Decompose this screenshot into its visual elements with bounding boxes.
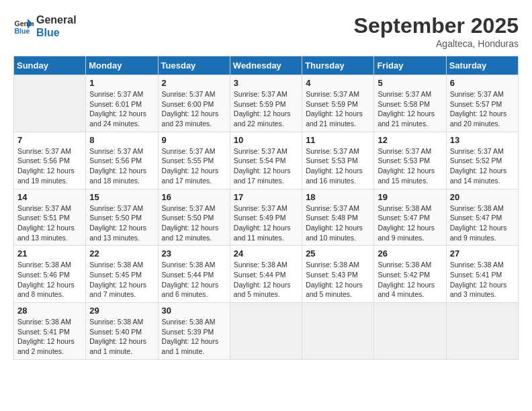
day-header-saturday: Saturday — [446, 56, 518, 75]
calendar-cell: 27Sunrise: 5:38 AMSunset: 5:41 PMDayligh… — [446, 246, 518, 303]
day-info: Sunrise: 5:38 AMSunset: 5:40 PMDaylight:… — [89, 317, 154, 357]
calendar-table: SundayMondayTuesdayWednesdayThursdayFrid… — [13, 56, 519, 360]
day-number: 1 — [89, 78, 154, 88]
logo-line1: General — [36, 13, 77, 26]
calendar-cell: 24Sunrise: 5:38 AMSunset: 5:44 PMDayligh… — [230, 246, 302, 303]
day-number: 27 — [450, 248, 515, 259]
day-number: 22 — [89, 248, 154, 259]
day-number: 2 — [162, 78, 226, 88]
day-number: 26 — [378, 248, 442, 259]
day-info: Sunrise: 5:38 AMSunset: 5:47 PMDaylight:… — [378, 203, 442, 243]
svg-text:Blue: Blue — [15, 27, 30, 35]
calendar-cell — [230, 303, 302, 360]
calendar-cell: 20Sunrise: 5:38 AMSunset: 5:47 PMDayligh… — [446, 189, 518, 246]
calendar-cell: 16Sunrise: 5:37 AMSunset: 5:50 PMDayligh… — [158, 189, 230, 246]
calendar-cell — [374, 303, 446, 360]
calendar-cell: 8Sunrise: 5:37 AMSunset: 5:56 PMDaylight… — [86, 132, 158, 189]
day-info: Sunrise: 5:37 AMSunset: 5:51 PMDaylight:… — [17, 203, 82, 243]
day-info: Sunrise: 5:37 AMSunset: 5:58 PMDaylight:… — [378, 89, 442, 129]
calendar-cell: 5Sunrise: 5:37 AMSunset: 5:58 PMDaylight… — [374, 75, 446, 132]
day-number: 30 — [162, 306, 226, 316]
calendar-cell: 6Sunrise: 5:37 AMSunset: 5:57 PMDaylight… — [446, 75, 518, 132]
location-subtitle: Agalteca, Honduras — [354, 38, 519, 49]
calendar-cell: 9Sunrise: 5:37 AMSunset: 5:55 PMDaylight… — [158, 132, 230, 189]
calendar-cell: 29Sunrise: 5:38 AMSunset: 5:40 PMDayligh… — [86, 303, 158, 360]
calendar-cell: 12Sunrise: 5:37 AMSunset: 5:53 PMDayligh… — [374, 132, 446, 189]
day-number: 14 — [17, 192, 82, 202]
day-number: 6 — [450, 78, 515, 88]
day-info: Sunrise: 5:38 AMSunset: 5:43 PMDaylight:… — [306, 260, 370, 300]
day-info: Sunrise: 5:37 AMSunset: 5:59 PMDaylight:… — [306, 89, 370, 129]
day-header-friday: Friday — [374, 56, 446, 75]
day-info: Sunrise: 5:38 AMSunset: 5:42 PMDaylight:… — [378, 260, 442, 300]
day-number: 16 — [162, 192, 226, 202]
day-info: Sunrise: 5:38 AMSunset: 5:45 PMDaylight:… — [89, 260, 154, 300]
day-info: Sunrise: 5:37 AMSunset: 5:53 PMDaylight:… — [378, 146, 442, 186]
day-number: 23 — [162, 248, 226, 259]
day-info: Sunrise: 5:38 AMSunset: 5:39 PMDaylight:… — [162, 317, 226, 357]
day-number: 19 — [378, 192, 442, 202]
day-header-sunday: Sunday — [14, 56, 86, 75]
day-header-monday: Monday — [86, 56, 158, 75]
day-info: Sunrise: 5:38 AMSunset: 5:41 PMDaylight:… — [450, 260, 515, 300]
day-number: 3 — [234, 78, 298, 88]
day-number: 18 — [306, 192, 370, 202]
day-info: Sunrise: 5:38 AMSunset: 5:47 PMDaylight:… — [450, 203, 515, 243]
day-info: Sunrise: 5:37 AMSunset: 6:00 PMDaylight:… — [162, 89, 226, 129]
day-info: Sunrise: 5:37 AMSunset: 6:01 PMDaylight:… — [89, 89, 154, 129]
day-info: Sunrise: 5:38 AMSunset: 5:44 PMDaylight:… — [162, 260, 226, 300]
day-number: 17 — [234, 192, 298, 202]
calendar-cell — [446, 303, 518, 360]
calendar-cell: 13Sunrise: 5:37 AMSunset: 5:52 PMDayligh… — [446, 132, 518, 189]
day-number: 28 — [17, 306, 82, 316]
day-number: 24 — [234, 248, 298, 259]
day-info: Sunrise: 5:37 AMSunset: 5:56 PMDaylight:… — [17, 146, 82, 186]
day-header-thursday: Thursday — [302, 56, 374, 75]
day-info: Sunrise: 5:37 AMSunset: 5:49 PMDaylight:… — [234, 203, 298, 243]
day-info: Sunrise: 5:37 AMSunset: 5:55 PMDaylight:… — [162, 146, 226, 186]
calendar-cell: 28Sunrise: 5:38 AMSunset: 5:41 PMDayligh… — [14, 303, 86, 360]
day-info: Sunrise: 5:37 AMSunset: 5:59 PMDaylight:… — [234, 89, 298, 129]
calendar-cell: 30Sunrise: 5:38 AMSunset: 5:39 PMDayligh… — [158, 303, 230, 360]
calendar-cell: 18Sunrise: 5:37 AMSunset: 5:48 PMDayligh… — [302, 189, 374, 246]
day-number: 10 — [234, 135, 298, 145]
day-info: Sunrise: 5:37 AMSunset: 5:50 PMDaylight:… — [89, 203, 154, 243]
day-number: 7 — [17, 135, 82, 145]
day-number: 20 — [450, 192, 515, 202]
title-block: September 2025 Agalteca, Honduras — [354, 13, 519, 49]
calendar-cell: 21Sunrise: 5:38 AMSunset: 5:46 PMDayligh… — [14, 246, 86, 303]
logo: General Blue General Blue — [13, 13, 77, 39]
calendar-cell: 7Sunrise: 5:37 AMSunset: 5:56 PMDaylight… — [14, 132, 86, 189]
calendar-cell: 15Sunrise: 5:37 AMSunset: 5:50 PMDayligh… — [86, 189, 158, 246]
day-number: 13 — [450, 135, 515, 145]
day-number: 11 — [306, 135, 370, 145]
day-number: 29 — [89, 306, 154, 316]
day-info: Sunrise: 5:38 AMSunset: 5:41 PMDaylight:… — [17, 317, 82, 357]
day-number: 12 — [378, 135, 442, 145]
calendar-cell — [302, 303, 374, 360]
day-number: 4 — [306, 78, 370, 88]
calendar-cell: 26Sunrise: 5:38 AMSunset: 5:42 PMDayligh… — [374, 246, 446, 303]
day-info: Sunrise: 5:37 AMSunset: 5:56 PMDaylight:… — [89, 146, 154, 186]
page-header: General Blue General Blue September 2025… — [13, 13, 519, 49]
month-title: September 2025 — [354, 13, 519, 38]
day-header-wednesday: Wednesday — [230, 56, 302, 75]
day-number: 25 — [306, 248, 370, 259]
day-number: 8 — [89, 135, 154, 145]
day-info: Sunrise: 5:38 AMSunset: 5:46 PMDaylight:… — [17, 260, 82, 300]
logo-line2: Blue — [36, 26, 77, 39]
day-info: Sunrise: 5:38 AMSunset: 5:44 PMDaylight:… — [234, 260, 298, 300]
calendar-cell: 4Sunrise: 5:37 AMSunset: 5:59 PMDaylight… — [302, 75, 374, 132]
day-info: Sunrise: 5:37 AMSunset: 5:53 PMDaylight:… — [306, 146, 370, 186]
calendar-cell: 14Sunrise: 5:37 AMSunset: 5:51 PMDayligh… — [14, 189, 86, 246]
day-number: 21 — [17, 248, 82, 259]
calendar-cell: 3Sunrise: 5:37 AMSunset: 5:59 PMDaylight… — [230, 75, 302, 132]
calendar-cell: 1Sunrise: 5:37 AMSunset: 6:01 PMDaylight… — [86, 75, 158, 132]
calendar-cell: 22Sunrise: 5:38 AMSunset: 5:45 PMDayligh… — [86, 246, 158, 303]
calendar-cell: 19Sunrise: 5:38 AMSunset: 5:47 PMDayligh… — [374, 189, 446, 246]
day-info: Sunrise: 5:37 AMSunset: 5:52 PMDaylight:… — [450, 146, 515, 186]
calendar-cell: 2Sunrise: 5:37 AMSunset: 6:00 PMDaylight… — [158, 75, 230, 132]
calendar-cell: 17Sunrise: 5:37 AMSunset: 5:49 PMDayligh… — [230, 189, 302, 246]
calendar-cell: 11Sunrise: 5:37 AMSunset: 5:53 PMDayligh… — [302, 132, 374, 189]
day-header-tuesday: Tuesday — [158, 56, 230, 75]
